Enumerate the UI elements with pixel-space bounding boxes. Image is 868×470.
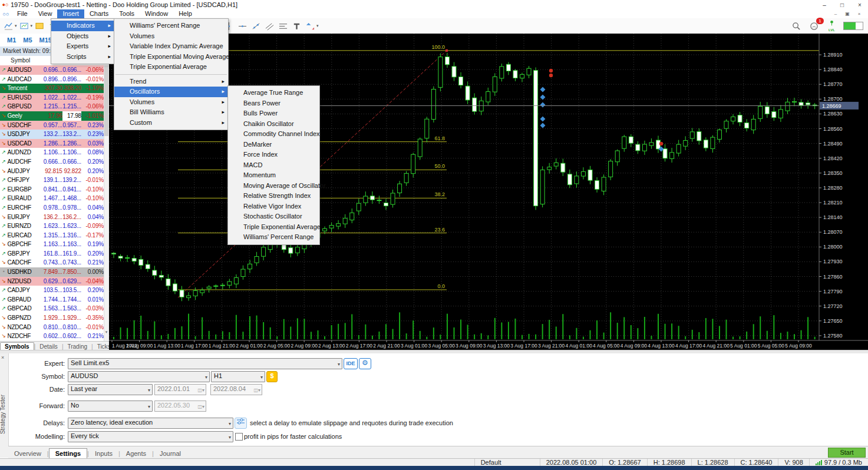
oscillators-item-relative-vigor-index[interactable]: Relative Vigor Index	[228, 201, 319, 212]
date-range-select[interactable]: Last year▾	[68, 384, 153, 395]
market-watch-row-eurcad[interactable]: ↗EURCAD1.315...1.316...-0.17%	[0, 231, 109, 240]
oscillators-item-relative-strength-index[interactable]: Relative Strength Index	[228, 191, 319, 201]
tester-tab-journal[interactable]: Journal	[154, 449, 187, 458]
market-watch-row-chfjpy[interactable]: ↗CHFJPY139.1...139.2...-0.01%	[0, 176, 109, 185]
tester-tab-overview[interactable]: Overview	[8, 449, 47, 458]
market-watch-tab-symbols[interactable]: Symbols	[0, 342, 34, 350]
chart-profiles-icon-dropdown[interactable]: ▾	[31, 24, 33, 28]
oscillators-item-force-index[interactable]: Force Index	[228, 150, 319, 160]
chart-profiles-icon[interactable]	[18, 20, 31, 32]
oscillators-item-chaikin-oscillator[interactable]: Chaikin Oscillator	[228, 119, 319, 130]
tester-tab-agents[interactable]: Agents	[120, 449, 152, 458]
horizontal-line-icon[interactable]	[236, 20, 249, 32]
indicators-item-bill-williams[interactable]: Bill Williams▸	[114, 107, 228, 118]
start-button[interactable]: Start	[828, 448, 866, 458]
oscillators-item-triple-exponential-average[interactable]: Triple Exponential Average	[228, 222, 319, 233]
date-from-field[interactable]: 2022.01.01◫▾	[154, 384, 206, 395]
search-icon[interactable]	[790, 20, 803, 32]
menu-tools[interactable]: Tools	[114, 9, 140, 18]
market-watch-row-geely[interactable]: ↘Geely17.9617.98-1.01%	[0, 111, 109, 121]
close-button[interactable]: ×	[852, 1, 868, 9]
market-watch-row-eurjpy[interactable]: ↘EURJPY136.2...136.2...0.04%	[0, 213, 109, 222]
indicators-item-triple-exponential-average[interactable]: Triple Exponential Average	[114, 62, 228, 72]
text-icon[interactable]	[291, 20, 303, 32]
menu-insert[interactable]: Insert	[57, 9, 84, 18]
strategy-tester-side-tab[interactable]: × Strategy Tester	[0, 353, 9, 458]
oscillators-item-commodity-channel-index[interactable]: Commodity Channel Index	[228, 129, 319, 140]
indicators-item-custom[interactable]: Custom▸	[114, 118, 228, 128]
market-watch-row-eurusd[interactable]: ↗EURUSD1.022...1.022...-0.19%	[0, 93, 109, 102]
delays-select[interactable]: Zero latency, ideal execution▾	[68, 418, 233, 429]
oscillators-item-average-true-range[interactable]: Average True Range	[228, 88, 319, 98]
oscillators-item-macd[interactable]: MACD	[228, 160, 319, 171]
chart-close-button[interactable]: ×	[855, 11, 863, 16]
market-watch-row-tencent[interactable]: ↘Tencent307.30308.20-1.19%	[0, 84, 109, 93]
tester-close-icon[interactable]: ×	[1, 355, 4, 360]
notifications-icon[interactable]: 1	[808, 20, 820, 32]
menu-charts[interactable]: Charts	[84, 9, 114, 18]
market-watch-row-cadchf[interactable]: ↘CADCHF0.743...0.743...0.21%	[0, 258, 109, 267]
market-watch-row-usdcad[interactable]: ↘USDCAD1.286...1.286...0.03%	[0, 139, 109, 148]
tester-tab-inputs[interactable]: Inputs	[89, 449, 118, 458]
scrollbar-thumb[interactable]	[104, 65, 108, 136]
trendline-icon[interactable]	[250, 20, 262, 32]
market-watch-row-gbpjpy[interactable]: ↗GBPJPY161.8...161.9...0.20%	[0, 249, 109, 259]
menu-view[interactable]: View	[33, 9, 58, 18]
market-watch-scrollbar[interactable]: ▾	[104, 65, 109, 341]
indicators-item-volumes[interactable]: Volumes	[114, 31, 228, 42]
menu-help[interactable]: Help	[173, 9, 197, 18]
chart-restore-button[interactable]: ▣	[843, 11, 852, 16]
deposit-currency-button[interactable]: $	[266, 371, 278, 382]
indicators-item-trend[interactable]: Trend▸	[114, 77, 228, 87]
indicators-item-triple-exponential-moving-average[interactable]: Triple Exponential Moving Average	[114, 52, 228, 62]
market-watch-row-cadjpy[interactable]: ↗CADJPY103.5...103.5...0.20%	[0, 286, 109, 295]
market-watch-row-audcad[interactable]: ↗AUDCAD0.896...0.896...-0.01%	[0, 75, 109, 84]
market-watch-row-eurgbp[interactable]: ↗EURGBP0.841...0.841...-0.10%	[0, 185, 109, 194]
market-watch-row-audjpy[interactable]: ↘AUDJPY92.81592.8220.20%	[0, 167, 109, 176]
indicators-item-oscillators[interactable]: Oscillators▸	[114, 87, 228, 97]
oscillators-item-moving-average-of-oscillator[interactable]: Moving Average of Oscillator	[228, 181, 319, 191]
expert-select[interactable]: Sell Limit.ex5▾	[68, 358, 342, 369]
market-watch-row-gbpusd[interactable]: ↗GBPUSD1.215...1.215...-0.06%	[0, 102, 109, 111]
menu-window[interactable]: Window	[140, 9, 173, 18]
arrows-icon[interactable]	[304, 20, 316, 32]
period-select[interactable]: H1▾	[211, 371, 265, 382]
symbol-select[interactable]: AUDUSD▾	[68, 371, 210, 382]
ide-button[interactable]: IDE	[344, 358, 358, 369]
oscillators-item-momentum[interactable]: Momentum	[228, 170, 319, 181]
market-watch-row-euraud[interactable]: ↗EURAUD1.467...1.468...-0.10%	[0, 194, 109, 203]
indicators-item-variable-index-dynamic-average[interactable]: Variable Index Dynamic Average	[114, 41, 228, 52]
new-order-icon[interactable]	[34, 20, 46, 32]
market-watch-row-gbpnzd[interactable]: ↘GBPNZD1.929...1.929...-0.35%	[0, 313, 109, 323]
market-watch-row-audnzd[interactable]: ↗AUDNZD1.106...1.106...0.08%	[0, 148, 109, 157]
market-watch-row-usdchf[interactable]: ↘USDCHF0.957...0.957...0.23%	[0, 121, 109, 130]
modelling-select[interactable]: Every tick▾	[68, 431, 233, 442]
forward-date-field[interactable]: 2022.05.30◫▾	[154, 401, 206, 412]
insert-menu-item-objects[interactable]: Objects▸	[51, 31, 114, 42]
oscillators-item-bulls-power[interactable]: Bulls Power	[228, 108, 319, 119]
expert-settings-gear-icon[interactable]: ⚙	[359, 358, 371, 369]
minimize-button[interactable]: –	[816, 1, 833, 9]
market-watch-row-eurchf[interactable]: ↗EURCHF0.978...0.978...0.04%	[0, 203, 109, 213]
arrows-icon-dropdown[interactable]: ▾	[316, 24, 319, 28]
market-watch-row-audusd[interactable]: ↗AUDUSD0.696...0.696...-0.06%	[0, 65, 109, 75]
insert-menu-item-experts[interactable]: Experts▸	[51, 41, 114, 52]
oscillators-item-demarker[interactable]: DeMarker	[228, 140, 319, 150]
market-watch-row-nzdusd[interactable]: ↘NZDUSD0.629...0.629...-0.04%	[0, 277, 109, 286]
market-watch-row-usdjpy[interactable]: ↘USDJPY133.2...133.2...0.23%	[0, 130, 109, 139]
insert-menu-item-indicators[interactable]: Indicators▸	[51, 21, 114, 31]
menu-file[interactable]: File	[12, 9, 33, 18]
new-chart-icon-dropdown[interactable]: ▾	[15, 24, 17, 28]
maximize-button[interactable]: □	[834, 1, 850, 9]
market-watch-row-gbpchf[interactable]: ↘GBPCHF1.163...1.163...0.19%	[0, 240, 109, 249]
scrollbar-down-icon[interactable]: ▾	[104, 329, 108, 335]
levels-icon[interactable]: LVL	[826, 20, 838, 32]
market-watch-row-nzdcad[interactable]: ↘NZDCAD0.810...0.810...-0.01%	[0, 323, 109, 332]
market-watch-row-audchf[interactable]: ↗AUDCHF0.666...0.666...0.20%	[0, 157, 109, 167]
new-chart-icon[interactable]	[2, 20, 15, 32]
forward-select[interactable]: No▾	[68, 401, 153, 412]
timeframe-m5[interactable]: M5	[21, 36, 34, 44]
market-watch-row-gbpcad[interactable]: ↗GBPCAD1.563...1.563...-0.03%	[0, 304, 109, 313]
chart-minimize-button[interactable]: –	[831, 11, 840, 16]
insert-menu-item-scripts[interactable]: Scripts▸	[51, 52, 114, 62]
